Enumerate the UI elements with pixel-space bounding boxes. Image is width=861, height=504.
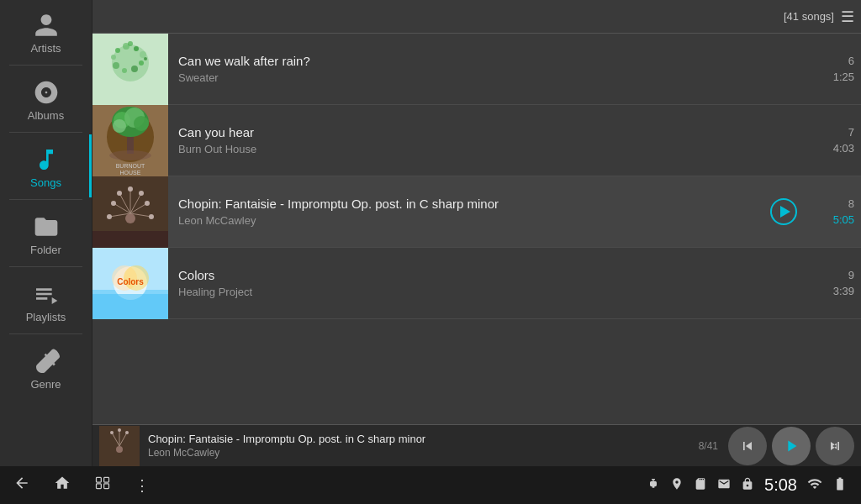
- location-icon: [670, 477, 684, 494]
- song-row[interactable]: Can we walk after rain? Sweater 6 1:25: [92, 34, 861, 105]
- song-list: Can we walk after rain? Sweater 6 1:25: [92, 34, 861, 424]
- svg-point-2: [115, 48, 120, 53]
- svg-point-25: [125, 213, 135, 223]
- song-title-4: Colors: [178, 268, 804, 282]
- song-number-3: 8: [848, 197, 854, 210]
- song-number-1: 6: [848, 55, 854, 67]
- lock-icon: [741, 477, 754, 494]
- sidebar-item-genre[interactable]: Genre: [0, 336, 92, 399]
- sidebar-item-artists[interactable]: Artists: [0, 0, 92, 63]
- sidebar-item-folder[interactable]: Folder: [0, 202, 92, 265]
- svg-point-11: [128, 41, 133, 46]
- svg-point-8: [122, 68, 127, 73]
- art1-decoration: [92, 34, 168, 105]
- svg-text:BURNOUT: BURNOUT: [116, 163, 145, 169]
- play-pause-button[interactable]: [772, 427, 811, 465]
- skip-previous-icon: [739, 438, 756, 454]
- svg-rect-59: [97, 484, 102, 489]
- album-art-1: [92, 34, 168, 105]
- songs-count: [41 songs]: [784, 10, 834, 23]
- guitar-icon: [33, 348, 60, 375]
- song-row[interactable]: BURNOUT HOUSE Can you hear Burn Out Hous…: [92, 105, 861, 176]
- song-artist-1: Sweater: [178, 71, 804, 84]
- svg-rect-47: [92, 294, 168, 319]
- sidebar-item-playlists[interactable]: Playlists: [0, 269, 92, 332]
- system-nav: ⋮: [13, 475, 647, 496]
- np-album-art: [99, 426, 140, 466]
- album-art-4: Colors: [92, 248, 168, 319]
- song-number-2: 7: [848, 126, 854, 139]
- battery-icon: [832, 476, 848, 495]
- play-icon: [782, 437, 800, 455]
- back-button[interactable]: [13, 475, 30, 496]
- svg-point-33: [117, 191, 122, 196]
- sidebar-item-songs[interactable]: Songs: [0, 134, 92, 197]
- svg-point-37: [145, 201, 150, 206]
- svg-point-10: [111, 55, 116, 60]
- recents-button[interactable]: [94, 475, 111, 496]
- previous-button[interactable]: [728, 427, 767, 465]
- sidebar-label-playlists: Playlists: [26, 311, 66, 323]
- svg-point-49: [116, 446, 123, 453]
- system-time: 5:08: [764, 475, 797, 495]
- song-row[interactable]: Colors Colors Healing Project 9 3:39: [92, 248, 861, 319]
- svg-point-5: [140, 51, 146, 58]
- art2-decoration: BURNOUT HOUSE: [92, 105, 168, 176]
- svg-rect-57: [97, 477, 102, 482]
- svg-point-6: [139, 60, 144, 66]
- svg-point-53: [110, 431, 114, 434]
- now-playing-bar: Chopin: Fantaisie - Impromptu Op. post. …: [92, 424, 861, 466]
- np-artist: Leon McCawley: [148, 447, 699, 459]
- svg-point-54: [118, 428, 121, 432]
- svg-point-34: [128, 186, 133, 192]
- sidebar-label-songs: Songs: [30, 176, 61, 189]
- play-indicator: [770, 198, 797, 225]
- art3-decoration: [92, 176, 168, 248]
- svg-point-36: [111, 201, 116, 206]
- svg-point-39: [149, 214, 154, 219]
- album-icon: [33, 79, 60, 106]
- home-button[interactable]: [54, 475, 71, 496]
- svg-point-18: [134, 116, 149, 131]
- song-info-3: Chopin: Fantaisie - Impromptu Op. post. …: [178, 197, 770, 227]
- sd-icon: [694, 477, 707, 494]
- sidebar-label-genre: Genre: [30, 378, 61, 391]
- np-title: Chopin: Fantaisie - Impromptu Op. post. …: [148, 433, 699, 445]
- song-artist-4: Healing Project: [178, 286, 804, 298]
- song-info-2: Can you hear Burn Out House: [178, 125, 804, 155]
- svg-rect-40: [92, 231, 168, 248]
- song-info-4: Colors Healing Project: [178, 268, 804, 298]
- svg-point-12: [144, 57, 147, 60]
- song-row-playing[interactable]: Chopin: Fantaisie - Impromptu Op. post. …: [92, 176, 861, 248]
- svg-point-9: [113, 62, 119, 69]
- song-title-2: Can you hear: [178, 125, 804, 139]
- playlist-icon: [33, 281, 60, 307]
- song-artist-3: Leon McCawley: [178, 214, 770, 227]
- album-art-2: BURNOUT HOUSE: [92, 105, 168, 176]
- song-meta-4: 9 3:39: [804, 269, 854, 297]
- sidebar-label-albums: Albums: [28, 109, 64, 122]
- song-duration-2: 4:03: [833, 142, 854, 155]
- np-info: Chopin: Fantaisie - Impromptu Op. post. …: [148, 433, 699, 459]
- wifi-icon: [807, 476, 822, 495]
- overflow-menu-icon[interactable]: ☰: [841, 8, 854, 26]
- skip-next-icon: [827, 438, 843, 454]
- song-title-1: Can we walk after rain?: [178, 54, 804, 68]
- svg-point-7: [131, 66, 138, 72]
- song-duration-3: 5:05: [833, 213, 854, 226]
- art4-decoration: Colors: [92, 248, 168, 319]
- svg-rect-56: [837, 442, 839, 450]
- folder-icon: [33, 213, 60, 240]
- sidebar-item-albums[interactable]: Albums: [0, 67, 92, 130]
- sidebar-label-artists: Artists: [30, 42, 61, 55]
- status-icons: 5:08: [647, 475, 848, 495]
- song-meta-3: 8 5:05: [804, 197, 854, 226]
- person-icon: [33, 12, 60, 39]
- album-art-3: [92, 176, 168, 248]
- menu-button[interactable]: ⋮: [135, 476, 150, 495]
- song-meta-2: 7 4:03: [804, 126, 854, 155]
- svg-point-35: [139, 191, 144, 196]
- song-duration-1: 1:25: [833, 71, 854, 83]
- next-button[interactable]: [816, 427, 854, 465]
- np-art-visual: [99, 426, 140, 466]
